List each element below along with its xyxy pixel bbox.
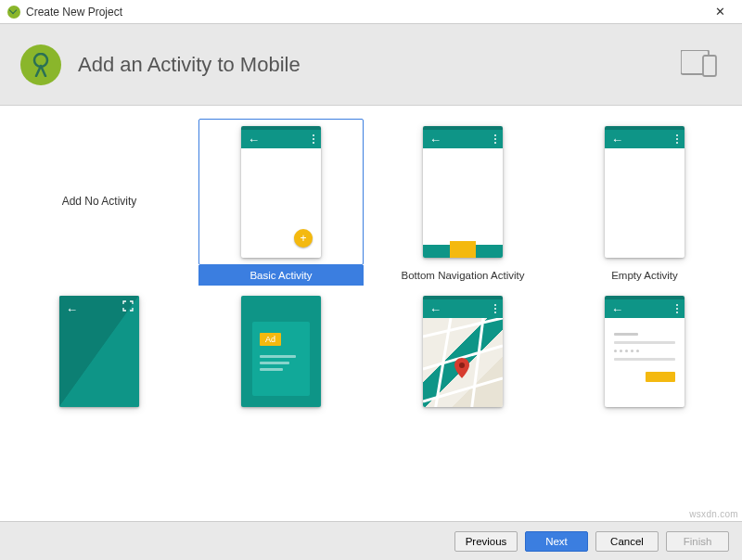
overflow-icon bbox=[313, 134, 314, 144]
svg-point-3 bbox=[459, 363, 465, 368]
template-label: Basic Activity bbox=[198, 265, 364, 286]
phone-mockup: ← bbox=[605, 296, 684, 407]
fab-icon: + bbox=[294, 229, 313, 248]
template-label: Add No Activity bbox=[62, 119, 137, 284]
back-arrow-icon: ← bbox=[611, 134, 623, 146]
map-pin-icon bbox=[454, 358, 469, 378]
back-arrow-icon: ← bbox=[429, 303, 441, 315]
previous-button[interactable]: Previous bbox=[454, 531, 518, 552]
template-login-activity[interactable]: ← bbox=[562, 291, 727, 412]
template-bottom-navigation-activity[interactable]: ← Bottom Navigation Activity bbox=[380, 119, 545, 286]
template-add-no-activity[interactable]: Add No Activity bbox=[17, 119, 182, 286]
phone-mockup: ← bbox=[605, 126, 684, 258]
wizard-header: Add an Activity to Mobile bbox=[0, 24, 742, 106]
login-button-icon bbox=[646, 372, 675, 382]
ad-badge: Ad bbox=[260, 333, 281, 346]
bottom-nav-icon bbox=[423, 245, 503, 258]
phone-mockup: Ad bbox=[241, 296, 321, 407]
finish-button: Finish bbox=[666, 531, 729, 552]
cancel-button[interactable]: Cancel bbox=[595, 531, 659, 552]
template-gallery: Add No Activity ← + Basic Activity ← bbox=[0, 106, 742, 512]
overflow-icon bbox=[494, 134, 496, 144]
page-title: Add an Activity to Mobile bbox=[78, 53, 301, 77]
svg-rect-2 bbox=[703, 56, 716, 76]
phone-mockup: ← bbox=[423, 296, 503, 407]
back-arrow-icon: ← bbox=[66, 302, 78, 316]
titlebar: Create New Project ✕ bbox=[0, 0, 742, 24]
template-google-maps-activity[interactable]: ← bbox=[380, 291, 545, 412]
template-label: Empty Activity bbox=[562, 265, 727, 286]
phone-mockup: ← bbox=[59, 296, 139, 407]
next-button[interactable]: Next bbox=[525, 531, 588, 552]
form-factor-icon bbox=[681, 50, 718, 78]
close-button[interactable]: ✕ bbox=[701, 1, 738, 23]
fullscreen-icon bbox=[122, 300, 134, 312]
template-basic-activity[interactable]: ← + Basic Activity bbox=[198, 119, 364, 286]
template-admob-ads-activity[interactable]: Ad bbox=[198, 291, 364, 412]
phone-mockup: ← + bbox=[241, 126, 321, 258]
back-arrow-icon: ← bbox=[248, 134, 260, 146]
android-studio-logo bbox=[20, 45, 61, 85]
overflow-icon bbox=[494, 304, 496, 313]
watermark: wsxdn.com bbox=[689, 509, 738, 519]
template-label: Bottom Navigation Activity bbox=[380, 265, 545, 286]
wizard-footer: Previous Next Cancel Finish bbox=[0, 521, 742, 560]
template-empty-activity[interactable]: ← Empty Activity bbox=[562, 119, 727, 286]
overflow-icon bbox=[676, 304, 678, 313]
template-fullscreen-activity[interactable]: ← bbox=[17, 291, 182, 412]
android-studio-icon bbox=[7, 6, 20, 19]
overflow-icon bbox=[676, 134, 678, 144]
back-arrow-icon: ← bbox=[429, 134, 441, 146]
back-arrow-icon: ← bbox=[611, 303, 623, 315]
map-icon bbox=[423, 318, 503, 407]
phone-mockup: ← bbox=[423, 126, 503, 258]
window-title: Create New Project bbox=[26, 6, 122, 19]
